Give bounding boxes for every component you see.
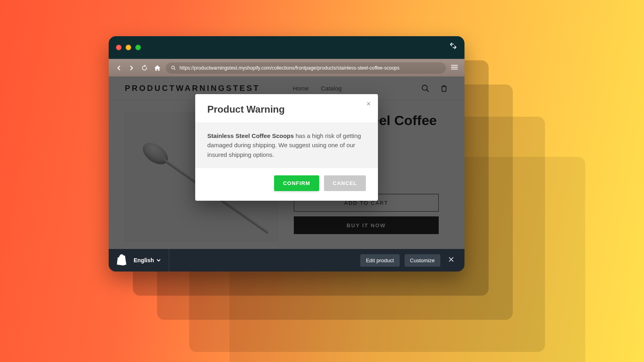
close-icon[interactable]: ×	[366, 100, 371, 108]
modal-title: Product Warning	[207, 104, 366, 115]
customize-button[interactable]: Customize	[405, 254, 440, 267]
back-button[interactable]	[114, 64, 123, 72]
url-input[interactable]	[180, 65, 441, 71]
minimize-window-button[interactable]	[126, 45, 131, 50]
modal-body: Stainless Steel Coffee Scoops has a high…	[195, 122, 378, 168]
page-viewport: PRODUCTWARNINGSTEST Home Catalog	[109, 76, 464, 249]
modal-product-name: Stainless Steel Coffee Scoops	[207, 132, 294, 139]
search-icon	[171, 65, 176, 71]
maximize-window-button[interactable]	[135, 45, 141, 50]
menu-button[interactable]	[450, 63, 459, 73]
browser-window: PRODUCTWARNINGSTEST Home Catalog	[109, 36, 464, 272]
shopify-icon[interactable]	[116, 253, 126, 267]
confirm-button[interactable]: CONFIRM	[274, 175, 319, 191]
language-selector[interactable]: English	[134, 249, 169, 272]
cancel-button[interactable]: CANCEL	[324, 175, 366, 191]
url-bar[interactable]	[166, 62, 446, 74]
chevron-down-icon	[157, 258, 161, 262]
product-warning-modal: Product Warning × Stainless Steel Coffee…	[195, 94, 378, 201]
stage: PRODUCTWARNINGSTEST Home Catalog	[0, 0, 644, 362]
shopify-admin-bar: English Edit product Customize	[109, 249, 464, 272]
forward-button[interactable]	[127, 64, 136, 72]
window-titlebar	[109, 36, 464, 59]
home-button[interactable]	[153, 64, 162, 72]
svg-point-0	[171, 66, 174, 69]
close-window-button[interactable]	[116, 45, 122, 50]
language-label: English	[134, 257, 154, 263]
traffic-lights	[116, 45, 141, 50]
browser-toolbar	[109, 59, 464, 76]
close-adminbar-button[interactable]	[445, 256, 457, 265]
reload-button[interactable]	[140, 64, 149, 72]
edit-product-button[interactable]: Edit product	[360, 254, 399, 267]
fullscreen-icon[interactable]	[449, 42, 457, 51]
